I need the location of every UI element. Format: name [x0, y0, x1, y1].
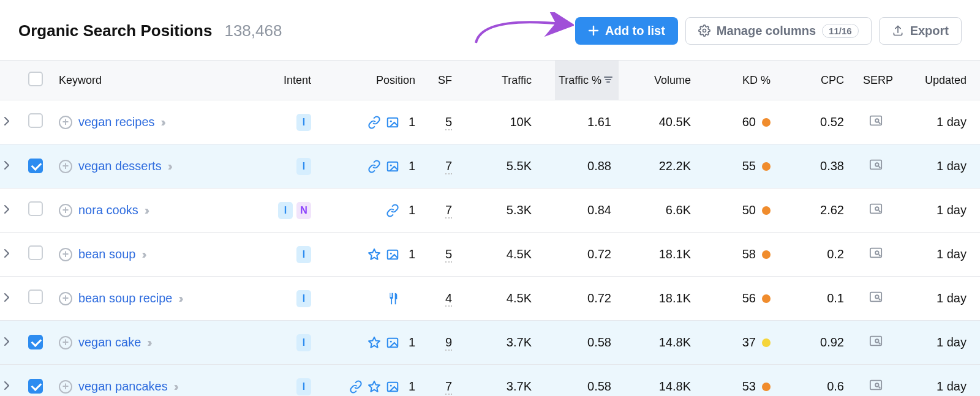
position-value: 1 [404, 203, 415, 217]
col-sf[interactable]: SF [434, 74, 459, 87]
serp-cell[interactable] [851, 378, 900, 395]
intent-badge-i: I [278, 202, 293, 219]
col-serp[interactable]: SERP [859, 74, 900, 87]
position-cell: 1 [364, 335, 423, 349]
kd-dot-icon [762, 338, 771, 347]
row-checkbox[interactable] [28, 379, 43, 394]
keyword-link[interactable]: bean soup recipe [78, 291, 172, 305]
intent-cell: I [293, 246, 318, 263]
link-icon [368, 160, 381, 173]
traffic-pct-cell: 0.72 [584, 247, 619, 261]
volume-cell: 40.5K [655, 115, 698, 129]
col-updated[interactable]: Updated [921, 74, 974, 87]
chevron-double-icon: ›› [174, 379, 176, 394]
expand-row-button[interactable] [0, 161, 24, 172]
export-button[interactable]: Export [879, 17, 962, 45]
row-checkbox[interactable] [28, 113, 43, 128]
sf-value[interactable]: 7 [445, 159, 452, 174]
serp-cell[interactable] [851, 246, 900, 263]
add-to-list-button[interactable]: Add to list [575, 17, 678, 45]
expand-row-button[interactable] [0, 117, 24, 128]
keyword-link[interactable]: vegan cake [78, 335, 141, 349]
intent-cell: I [293, 378, 318, 395]
col-position[interactable]: Position [372, 74, 423, 87]
serp-cell[interactable] [851, 334, 900, 351]
col-keyword[interactable]: Keyword [55, 74, 105, 87]
keyword-link[interactable]: vegan desserts [78, 159, 162, 173]
sf-value[interactable]: 7 [445, 379, 452, 395]
col-traffic-pct[interactable]: Traffic % [555, 61, 619, 100]
serp-cell[interactable] [851, 114, 900, 130]
sf-value[interactable]: 4 [445, 291, 452, 307]
expand-row-button[interactable] [0, 381, 24, 392]
kd-cell: 60 [739, 115, 778, 129]
volume-cell: 22.2K [655, 159, 698, 173]
add-keyword-button[interactable]: + [59, 336, 72, 349]
keyword-link[interactable]: bean soup [78, 247, 135, 261]
cpc-cell: 0.2 [823, 247, 851, 261]
sf-value[interactable]: 5 [445, 115, 452, 130]
image-icon [386, 160, 399, 173]
expand-row-button[interactable] [0, 337, 24, 348]
keyword-link[interactable]: vegan pancakes [78, 379, 168, 394]
volume-cell: 14.8K [655, 335, 698, 349]
col-kd[interactable]: KD % [739, 74, 778, 87]
serp-icon [868, 158, 884, 174]
sf-value[interactable]: 5 [445, 247, 452, 263]
expand-row-button[interactable] [0, 205, 24, 216]
sf-cell: 9 [442, 335, 459, 349]
add-keyword-button[interactable]: + [59, 292, 72, 305]
row-checkbox[interactable] [28, 201, 43, 216]
sf-value[interactable]: 7 [445, 203, 452, 219]
updated-cell: 1 day [933, 335, 974, 349]
serp-icon [868, 202, 884, 219]
cpc-cell: 0.1 [823, 291, 851, 305]
positions-table: Keyword Intent Position SF Traffic Traff… [0, 60, 980, 396]
sf-cell: 5 [442, 115, 459, 129]
kd-value: 60 [742, 115, 756, 129]
col-traffic[interactable]: Traffic [498, 74, 539, 87]
traffic-cell: 3.7K [503, 379, 539, 394]
page-title: Organic Search Positions [18, 21, 212, 40]
add-keyword-button[interactable]: + [59, 248, 72, 261]
serp-cell[interactable] [851, 158, 900, 174]
expand-row-button[interactable] [0, 293, 24, 304]
expand-row-button[interactable] [0, 249, 24, 260]
keyword-link[interactable]: vegan recipes [78, 115, 155, 129]
serp-icon [868, 334, 884, 351]
keyword-link[interactable]: nora cooks [78, 203, 138, 217]
table-row: + vegan pancakes ›› I 1 7 3.7K 0.58 14.8… [0, 365, 980, 396]
export-icon [892, 24, 904, 37]
add-keyword-button[interactable]: + [59, 160, 72, 173]
serp-cell[interactable] [851, 202, 900, 219]
kd-dot-icon [762, 383, 771, 391]
link-icon [386, 204, 399, 217]
annotation-arrow [470, 12, 574, 49]
traffic-cell: 10K [506, 115, 539, 129]
kd-cell: 50 [739, 203, 778, 217]
row-checkbox[interactable] [28, 335, 43, 349]
updated-cell: 1 day [933, 291, 974, 305]
updated-cell: 1 day [933, 379, 974, 394]
intent-badge-i: I [296, 290, 311, 307]
serp-cell[interactable] [851, 290, 900, 307]
kd-dot-icon [762, 294, 771, 303]
add-keyword-button[interactable]: + [59, 204, 72, 217]
position-cell: 1 [364, 115, 423, 129]
intent-badge-i: I [296, 334, 311, 351]
sf-value[interactable]: 9 [445, 335, 452, 351]
manage-columns-button[interactable]: Manage columns 11/16 [685, 17, 872, 45]
row-checkbox[interactable] [28, 245, 43, 260]
select-all-checkbox[interactable] [28, 72, 43, 86]
kd-value: 58 [742, 247, 756, 261]
col-cpc[interactable]: CPC [817, 74, 851, 87]
position-value: 1 [404, 379, 415, 394]
add-keyword-button[interactable]: + [59, 380, 72, 394]
image-icon [386, 380, 399, 394]
row-checkbox[interactable] [28, 290, 43, 304]
image-icon [386, 248, 399, 261]
col-volume[interactable]: Volume [650, 74, 698, 87]
add-keyword-button[interactable]: + [59, 116, 72, 129]
col-intent[interactable]: Intent [280, 74, 318, 87]
row-checkbox[interactable] [28, 159, 43, 173]
